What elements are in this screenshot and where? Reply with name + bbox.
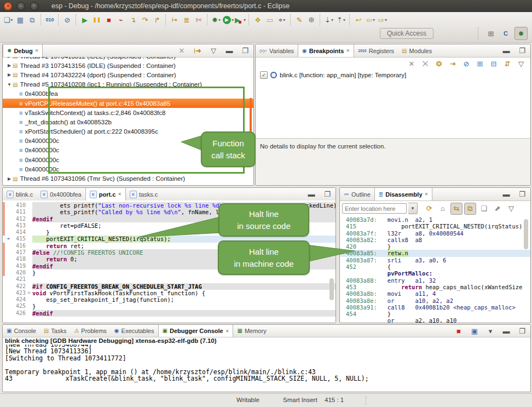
minimize-button[interactable]: – (17, 2, 25, 10)
close-icon[interactable]: ✕ (35, 48, 39, 53)
source-code-area[interactable]: 410 ets_printf("Last non-recursive lock … (3, 200, 336, 323)
maximize-button[interactable]: ❐ (516, 45, 528, 57)
tab-registers[interactable]: 1010 Registers (354, 44, 398, 57)
open-new-view-button[interactable]: ⬈ (491, 203, 504, 215)
collapse-all-button[interactable]: ⊟ (488, 58, 500, 70)
disassembly-line[interactable]: 40083a7f: l32r a8, 0x40080544 (340, 230, 530, 237)
disassembly-line[interactable]: ⇨40083a85: retw.n (340, 250, 530, 256)
instruction-stepping-button[interactable]: i➜ (169, 14, 181, 26)
disassembly-line[interactable]: 40083a87: srli a3, a0, 6 (340, 257, 530, 263)
disassembly-scrollbar[interactable] (524, 219, 528, 249)
resume-button[interactable]: ▶ (79, 14, 91, 26)
tab-variables[interactable]: (x)= Variables (256, 44, 298, 57)
refresh-button[interactable]: ⟳ (423, 203, 435, 215)
chevron-down-icon[interactable]: ▾ (218, 18, 221, 22)
chevron-collapsed-icon[interactable]: ▶ (6, 72, 13, 77)
show-supported-breakpoints-button[interactable]: ❂ (433, 58, 445, 70)
thread-row[interactable]: ▶▤Thread #3 1073413156 (IDLE) (Suspended… (3, 61, 253, 70)
save-all-button[interactable]: ⧉ (26, 14, 38, 26)
step-return-button[interactable]: ↱ (151, 14, 163, 26)
debug-perspective-button[interactable]: ✹ (514, 27, 528, 40)
code-line-426[interactable]: 426#endif (3, 310, 336, 317)
terminate-button[interactable]: ■ (103, 14, 115, 26)
disassembly-line[interactable]: pvPortMalloc: (340, 270, 530, 277)
close-icon[interactable]: ✕ (118, 192, 122, 197)
view-menu-button[interactable]: ▽ (505, 203, 517, 215)
home-button[interactable]: ⌂ (437, 203, 449, 215)
code-line-423[interactable]: 423⊖void vPortFirstTaskHook(TaskFunction… (3, 290, 336, 296)
disassembly-line[interactable]: 40083a82: callx8 a8 (340, 237, 530, 243)
code-line-414[interactable]: 414 } (3, 229, 336, 236)
chevron-down-icon[interactable]: ▾ (331, 18, 333, 22)
group-by-button[interactable]: ⇵ (501, 58, 513, 70)
code-line-424[interactable]: 424 esp_set_breakpoint_if_jtag(function)… (3, 296, 336, 303)
close-icon[interactable]: ✕ (425, 192, 429, 197)
expand-all-button[interactable]: ⊞ (474, 58, 486, 70)
chevron-collapsed-icon[interactable]: ▶ (6, 176, 13, 181)
binary-display-button[interactable]: 010 (44, 14, 56, 26)
code-line-411[interactable]: 411 ets_printf("Called by %s line %d\n",… (3, 209, 336, 215)
disassembly-line[interactable]: 453 return heap_caps_malloc(xWantedSize (340, 284, 530, 290)
minimize-button[interactable]: ▬ (500, 188, 512, 200)
code-line-415[interactable]: ➜415 portEXIT_CRITICAL_NESTED(irqStatus)… (3, 236, 336, 242)
disassembly-location-input[interactable] (342, 203, 407, 214)
disassembly-line[interactable]: 420 } (340, 243, 530, 250)
breakpoint-checkbox[interactable]: ✓ (260, 71, 268, 79)
disassembly-line[interactable]: 40083a7d: movi.n a2, 1 (340, 216, 530, 223)
tab-debug[interactable]: ✹ Debug ✕ (3, 44, 43, 57)
minimize-button[interactable]: ▬ (305, 188, 317, 200)
tab-0x4000bfea[interactable]: c 0x4000bfea (37, 188, 85, 200)
go-to-file-button[interactable]: ⇥ (447, 58, 459, 70)
last-edit-location-button[interactable]: ↩ (352, 14, 365, 26)
disassembly-line[interactable]: 415 portEXIT_CRITICAL_NESTED(irqStatus) (340, 223, 530, 230)
chevron-down-icon[interactable]: ▾ (343, 18, 345, 22)
tab-memory[interactable]: ▦ Memory (233, 325, 270, 337)
disassembly-line[interactable]: 454 } (340, 311, 530, 317)
open-resource-button[interactable]: ▭ (264, 14, 276, 26)
maximize-button[interactable]: ❐ (321, 188, 333, 200)
restart-button[interactable]: ≣ (181, 14, 193, 26)
tab-blink-c[interactable]: c blink.c (3, 188, 37, 200)
code-line-410[interactable]: 410 ets_printf("Last non-recursive lock … (3, 202, 336, 209)
minimize-button[interactable]: ▬ (500, 325, 512, 337)
breakpoint-item[interactable]: ✓ blink.c [function: app_main] [type: Te… (256, 70, 530, 80)
tab-disassembly[interactable]: ≣ Disassembly ✕ (374, 188, 432, 200)
tab-modules[interactable]: ▤ Modules (398, 44, 436, 57)
tab-port-c[interactable]: c port.c ✕ (85, 188, 126, 200)
stack-frame-row[interactable]: ≡_frxt_dispatch() at 0x4008532b (3, 117, 253, 127)
remove-all-terminated-button[interactable]: ✕ (176, 45, 188, 57)
tab-breakpoints[interactable]: ◉ Breakpoints ✕ (298, 44, 354, 57)
view-menu-button[interactable]: ▽ (515, 58, 527, 70)
display-selected-console-button[interactable]: ▣ (469, 325, 481, 337)
chevron-collapsed-icon[interactable]: ▶ (6, 57, 13, 59)
minimize-button[interactable]: ▬ (223, 45, 235, 57)
stack-frame-row[interactable]: ≡0x4000bfea (3, 89, 253, 99)
search-button[interactable]: ⌖▾ (276, 14, 288, 26)
disassembly-line[interactable]: 40083a8e: or a10, a2, a2 (340, 297, 530, 304)
run-button[interactable]: ▶▾ (222, 14, 234, 26)
console-output[interactable]: [New Thread 1073468744][New Thread 10734… (3, 345, 530, 392)
code-line-421[interactable]: 421 (3, 276, 336, 283)
stack-frame-row[interactable]: ≡vPortCPUReleaseMutex() at port.c:415 0x… (3, 99, 253, 108)
stack-frame-row[interactable]: ≡xPortStartScheduler() at port.c:222 0x4… (3, 127, 253, 136)
code-line-417[interactable]: 417#else //!CONFIG_FREERTOS_UNICORE (3, 249, 336, 256)
stack-frame-row[interactable]: ≡0x4000000c (3, 146, 253, 155)
disassembly-line[interactable]: 40083a8b: movi a11, 4 (340, 290, 530, 297)
thread-row[interactable]: ▶▤Thread #6 1073431096 (Tmr Svc) (Suspen… (3, 174, 253, 183)
thread-row[interactable]: ▶▤Thread #4 1073432224 (dport) (Suspende… (3, 70, 253, 79)
sync-with-stack-button[interactable]: ⇆ (450, 203, 462, 215)
terminate-button[interactable]: ■ (453, 325, 465, 337)
maximize-button[interactable]: ❐ (239, 45, 251, 57)
tab-debugger-console[interactable]: ▣ Debugger Console ✕ (158, 325, 234, 337)
forward-button[interactable]: ⇨▾ (377, 14, 389, 26)
step-into-button[interactable]: ↴ (127, 14, 139, 26)
chevron-down-icon[interactable]: ▾ (385, 18, 387, 22)
tab-outline[interactable]: ≔ Outline (340, 188, 374, 200)
follow-pc-button[interactable]: ⧉ (464, 203, 476, 215)
instruction-stepping-mode-button[interactable]: i➜ (192, 45, 204, 57)
tab-console[interactable]: ▣ Console (3, 325, 40, 337)
tab-tasks[interactable]: ▤ Tasks (40, 325, 71, 337)
save-button[interactable]: ▦ (14, 14, 26, 26)
code-line-420[interactable]: 420} (3, 270, 336, 276)
quick-access-button[interactable]: Quick Access (380, 28, 433, 39)
